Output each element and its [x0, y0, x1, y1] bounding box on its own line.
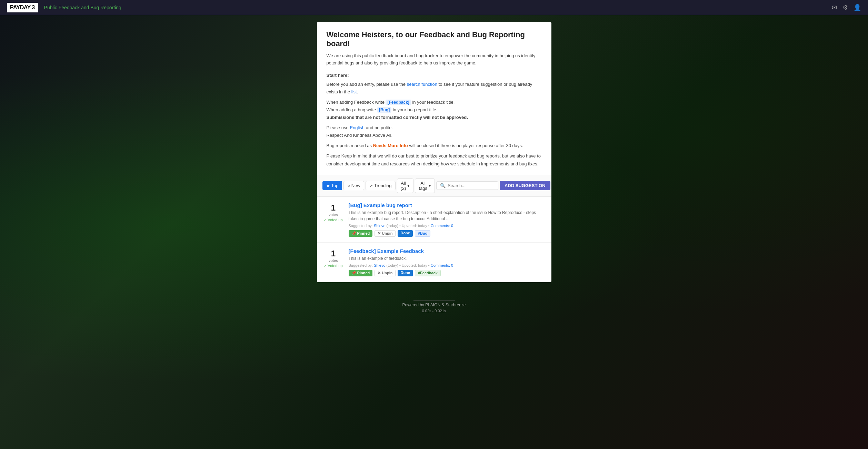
gear-icon[interactable]: ⚙	[842, 4, 848, 11]
suggestion-desc: This is an example of feedback.	[349, 255, 545, 262]
format-warning: Submissions that are not formatted corre…	[327, 115, 468, 120]
all-label: All (2)	[401, 181, 406, 191]
powered-by: Powered by PLAION & Starbreeze	[402, 303, 466, 307]
dropdown-icon: ▾	[407, 183, 410, 188]
filter-trending-button[interactable]: ↗ Trending	[366, 181, 396, 190]
bug-instruction: When adding a bug write	[327, 107, 377, 112]
all-tags-label: All tags	[419, 181, 427, 191]
tags-dropdown-icon: ▾	[429, 183, 431, 188]
feedback-instruction2: in your feedback title.	[411, 100, 455, 105]
author-link[interactable]: Shievo	[374, 224, 386, 228]
vote-section: 1 votes ✓ Voted up	[324, 202, 343, 222]
lang-note2: and be polite.	[365, 125, 393, 130]
navbar: PAYDAY 3 Public Feedback and Bug Reporti…	[0, 0, 868, 15]
suggestion-item: 1 votes ✓ Voted up [Bug] Example bug rep…	[317, 197, 551, 243]
footer-divider	[413, 300, 455, 300]
comments-link[interactable]: Comments: 0	[431, 224, 453, 228]
lang-note: Please use	[327, 125, 350, 130]
done-tag[interactable]: Done	[398, 230, 413, 237]
english-link[interactable]: English	[350, 125, 365, 130]
vote-count: 1	[331, 249, 336, 258]
footer: Powered by PLAION & Starbreeze 0.02s - 0…	[0, 296, 868, 317]
game-logo: PAYDAY 3	[7, 3, 38, 12]
user-icon[interactable]: 👤	[854, 4, 861, 11]
suggested-by-label: Suggested by:	[349, 224, 374, 228]
welcome-title: Welcome Heisters, to our Feedback and Bu…	[327, 30, 542, 48]
suggestion-desc: This is an example bug report. Descripti…	[349, 210, 545, 222]
main-wrapper: Welcome Heisters, to our Feedback and Bu…	[0, 15, 868, 296]
suggestion-title[interactable]: [Bug] Example bug report	[349, 202, 545, 208]
trending-label: Trending	[374, 183, 392, 188]
feedback-tag: [Feedback]	[386, 100, 411, 105]
list-link[interactable]: list	[351, 89, 357, 94]
content-panel: Welcome Heisters, to our Feedback and Bu…	[317, 22, 551, 282]
closed-note: will be closed if there is no player res…	[409, 143, 523, 148]
search-input[interactable]	[448, 183, 495, 188]
suggestions-list: 1 votes ✓ Voted up [Bug] Example bug rep…	[317, 197, 551, 282]
comments-link[interactable]: Comments: 0	[431, 263, 453, 267]
feedback-instruction: When adding Feedback write	[327, 100, 386, 105]
start-here-label: Start here:	[327, 73, 349, 78]
kindness-note: Respect And Kindness Above All.	[327, 133, 393, 138]
new-label: New	[351, 183, 360, 188]
time-label: (today) • Upvoted: today •	[387, 224, 431, 228]
welcome-intro: We are using this public feedback board …	[327, 52, 542, 67]
vote-section: 1 votes ✓ Voted up	[324, 248, 343, 268]
time-label: (today) • Upvoted: today •	[387, 263, 431, 267]
suggestion-content: [Bug] Example bug report This is an exam…	[349, 202, 545, 237]
suggestion-tags: 📌 Pinned ✕ Unpin Done #Feedback	[349, 270, 545, 276]
star-icon: ★	[326, 183, 330, 188]
suggestion-tags: 📌 Pinned ✕ Unpin Done #Bug	[349, 230, 545, 237]
search-box: 🔍	[436, 181, 498, 190]
voted-up: ✓ Voted up	[324, 218, 342, 222]
mail-icon[interactable]: ✉	[832, 4, 837, 11]
vote-label: votes	[329, 258, 338, 263]
suggestion-meta: Suggested by: Shievo (today) • Upvoted: …	[349, 224, 545, 228]
top-label: Top	[331, 183, 339, 188]
navbar-icons: ✉ ⚙ 👤	[832, 4, 861, 11]
search-icon: 🔍	[440, 183, 446, 188]
filter-all-tags-button[interactable]: All tags ▾	[415, 178, 435, 193]
done-tag[interactable]: Done	[398, 270, 413, 276]
vote-count: 1	[331, 204, 336, 212]
start-here-text: Before you add an entry, please use the	[327, 82, 406, 87]
unpin-tag[interactable]: ✕ Unpin	[375, 270, 396, 276]
filter-top-button[interactable]: ★ Top	[322, 181, 342, 190]
feedback-category-tag[interactable]: #Feedback	[415, 270, 441, 276]
bug-instruction2: in your bug report title.	[391, 107, 437, 112]
unpin-tag[interactable]: ✕ Unpin	[375, 230, 396, 237]
welcome-section: Welcome Heisters, to our Feedback and Bu…	[317, 22, 551, 175]
filter-new-button[interactable]: ○ New	[343, 181, 364, 190]
bug-tag: [Bug]	[377, 107, 391, 113]
bug-category-tag[interactable]: #Bug	[415, 230, 431, 237]
pinned-tag[interactable]: 📌 Pinned	[349, 270, 373, 276]
voted-up: ✓ Voted up	[324, 264, 342, 268]
needs-more-info-label: Needs More Info	[373, 143, 408, 148]
add-suggestion-button[interactable]: ADD SUGGESTION	[500, 181, 550, 190]
suggestion-content: [Feedback] Example Feedback This is an e…	[349, 248, 545, 276]
search-function-link[interactable]: search function	[407, 82, 437, 87]
suggested-by-label: Suggested by:	[349, 263, 374, 267]
suggestion-item: 1 votes ✓ Voted up [Feedback] Example Fe…	[317, 243, 551, 282]
site-title: Public Feedback and Bug Reporting	[44, 5, 121, 10]
author-link[interactable]: Shievo	[374, 263, 386, 267]
suggestion-title[interactable]: [Feedback] Example Feedback	[349, 248, 545, 254]
vote-label: votes	[329, 213, 338, 217]
circle-icon: ○	[347, 183, 350, 188]
filter-all-button[interactable]: All (2) ▾	[397, 178, 414, 193]
prioritize-note: Please Keep in mind that we will do our …	[327, 152, 542, 167]
pinned-tag[interactable]: 📌 Pinned	[349, 230, 373, 237]
trending-icon: ↗	[369, 183, 373, 188]
start-here-block: Start here: Before you add an entry, ple…	[327, 72, 542, 168]
filter-bar: ★ Top ○ New ↗ Trending All (2) ▾ All tag…	[317, 175, 551, 197]
suggestion-meta: Suggested by: Shievo (today) • Upvoted: …	[349, 263, 545, 267]
logo-area: PAYDAY 3 Public Feedback and Bug Reporti…	[7, 3, 121, 12]
timing: 0.02s - 0.021s	[4, 309, 864, 313]
bug-reports-note: Bug reports marked as	[327, 143, 373, 148]
